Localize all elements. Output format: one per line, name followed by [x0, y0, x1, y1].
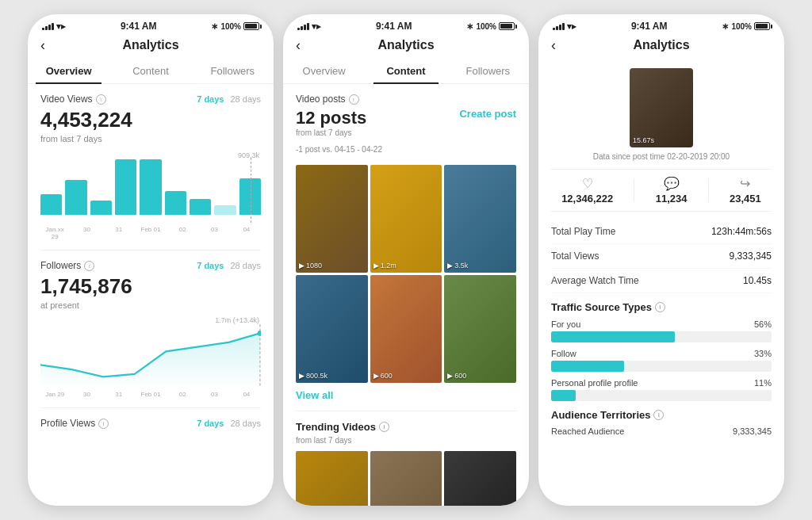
- play-icon-2: ▶: [373, 262, 379, 270]
- fxlabel-7: 04: [232, 391, 261, 398]
- fxlabel-6: 03: [200, 391, 228, 398]
- play-icon-5: ▶: [373, 372, 379, 380]
- video-thumb-4[interactable]: ▶ 800.5k: [296, 275, 368, 383]
- 28days-btn-vv[interactable]: 28 days: [230, 94, 261, 104]
- phone-content: ▾▸ 9:41 AM ∗ 100% ‹ Analytics Overview C…: [283, 14, 529, 506]
- video-thumb-2[interactable]: ▶ 1.2m: [370, 165, 442, 273]
- phone-overview: ▾▸ 9:41 AM ∗ 100% ‹ Analytics Overview C…: [28, 14, 274, 506]
- video-thumb-1[interactable]: ▶ 1080: [296, 165, 368, 273]
- trending-thumb-1[interactable]: [296, 451, 368, 506]
- phone-post-analytics: ▾▸ 9:41 AM ∗ 100% ‹ Analytics 15.67s Dat…: [538, 14, 784, 506]
- wifi-icon-2: ▾▸: [312, 21, 321, 32]
- line-chart-svg: [40, 324, 261, 388]
- audience-title-text: Audience Territories: [551, 409, 650, 421]
- info-icon-vp[interactable]: i: [349, 94, 359, 105]
- info-icon-f[interactable]: i: [84, 261, 94, 271]
- video-thumb-5[interactable]: ▶ 600: [370, 275, 442, 383]
- followers-text: Followers: [40, 260, 81, 271]
- bar-5: [140, 159, 161, 215]
- trending-thumb-3[interactable]: [444, 451, 516, 506]
- traffic-bar-fill-personal: [551, 390, 576, 401]
- view-all-link[interactable]: View all: [296, 389, 516, 401]
- views-count-4: 800.5k: [306, 372, 327, 380]
- back-button-2[interactable]: ‹: [296, 37, 301, 54]
- video-views-6: ▶ 600: [447, 372, 466, 380]
- signal-icon: [42, 23, 54, 30]
- tab-overview-2[interactable]: Overview: [283, 59, 365, 83]
- 7days-btn-vv[interactable]: 7 days: [197, 94, 224, 104]
- battery-pct-1: 100%: [220, 22, 241, 31]
- header-3: ‹ Analytics: [538, 35, 784, 59]
- back-button-1[interactable]: ‹: [40, 37, 45, 54]
- detail-label-playtime: Total Play Time: [551, 226, 615, 237]
- x-labels-f: Jan 29 30 31 Feb 01 02 03 04: [40, 391, 261, 398]
- detail-row-watchtime: Average Watch Time 10.45s: [551, 269, 772, 293]
- tab-overview-1[interactable]: Overview: [28, 59, 109, 83]
- days-selector-vv: 7 days 28 days: [197, 94, 261, 104]
- video-thumb-6[interactable]: ▶ 600: [444, 275, 516, 383]
- info-icon-vv[interactable]: i: [96, 94, 106, 105]
- tab-followers-2[interactable]: Followers: [447, 59, 529, 83]
- page-title-3: Analytics: [633, 38, 689, 52]
- comment-icon: 💬: [656, 176, 688, 191]
- trending-section: Trending Videos i from last 7 days: [296, 421, 516, 506]
- detail-value-views: 9,333,345: [730, 250, 772, 262]
- video-views-section: Video Views i 7 days 28 days 4,453,224 f…: [40, 94, 261, 240]
- bar-7: [190, 199, 211, 215]
- video-views-2: ▶ 1.2m: [373, 262, 396, 270]
- reached-label: Reached Audience: [551, 426, 624, 436]
- divider-3: [296, 411, 516, 411]
- posts-sub1: from last 7 days: [296, 128, 382, 137]
- video-views-number: 4,453,224: [40, 108, 261, 132]
- fxlabel-2: 30: [72, 391, 101, 398]
- traffic-bar-bg-foryou: [551, 331, 772, 342]
- shares-count: 23,451: [730, 193, 761, 205]
- create-post-button[interactable]: Create post: [459, 108, 516, 120]
- 7days-btn-f[interactable]: 7 days: [197, 261, 224, 270]
- time-3: 9:41 AM: [631, 21, 668, 32]
- traffic-row-follow: Follow 33%: [551, 349, 772, 372]
- video-views-4: ▶ 800.5k: [299, 372, 327, 380]
- 28days-btn-pv[interactable]: 28 days: [230, 419, 261, 428]
- status-left-3: ▾▸: [553, 21, 576, 32]
- tab-content-2[interactable]: Content: [365, 59, 446, 83]
- video-posts-label: Video posts i: [296, 94, 516, 105]
- tab-content-1[interactable]: Content: [109, 59, 191, 83]
- info-icon-traffic[interactable]: i: [655, 302, 665, 312]
- views-count-6: 600: [454, 372, 466, 380]
- stat-comments: 💬 11,234: [656, 176, 688, 205]
- views-count-2: 1.2m: [381, 262, 396, 270]
- posts-sub2: -1 post vs. 04-15 - 04-22: [296, 145, 382, 154]
- page-title-2: Analytics: [377, 38, 434, 52]
- 7days-btn-pv[interactable]: 7 days: [197, 419, 224, 428]
- battery-icon-2: [499, 22, 515, 30]
- 28days-btn-f[interactable]: 28 days: [230, 261, 261, 270]
- trending-thumb-2[interactable]: [370, 451, 442, 506]
- info-icon-pv[interactable]: i: [98, 419, 109, 429]
- bars-container: [40, 151, 261, 215]
- traffic-section: Traffic Source Types i For you 56% Follo…: [551, 301, 772, 401]
- status-bar-1: ▾▸ 9:41 AM ∗ 100%: [28, 14, 274, 35]
- info-icon-audience[interactable]: i: [653, 410, 664, 420]
- content-overview: Video Views i 7 days 28 days 4,453,224 f…: [28, 84, 274, 506]
- traffic-title: Traffic Source Types i: [551, 301, 772, 313]
- detail-label-views: Total Views: [551, 250, 599, 262]
- status-right-1: ∗ 100%: [211, 21, 259, 32]
- traffic-bar-bg-follow: [551, 361, 772, 372]
- posts-count-block: 12 posts from last 7 days -1 post vs. 04…: [296, 108, 382, 162]
- followers-sub: at present: [40, 300, 261, 310]
- status-right-3: ∗ 100%: [722, 21, 770, 32]
- chart-max-label: 909.3k: [238, 151, 259, 159]
- back-button-3[interactable]: ‹: [551, 37, 556, 54]
- tab-followers-1[interactable]: Followers: [192, 59, 274, 83]
- traffic-row-personal-header: Personal profile profile 11%: [551, 378, 772, 388]
- video-views-chart: 909.3k: [40, 151, 261, 223]
- battery-pct-3: 100%: [731, 22, 752, 31]
- post-duration: 15.67s: [633, 136, 654, 144]
- video-thumb-3[interactable]: ▶ 3.5k: [444, 165, 516, 273]
- views-count-1: 1080: [306, 262, 322, 270]
- xlabel-3: 31: [105, 226, 133, 240]
- info-icon-tv[interactable]: i: [379, 422, 389, 432]
- detail-row-views: Total Views 9,333,345: [551, 244, 772, 269]
- post-thumbnail[interactable]: 15.67s: [630, 68, 693, 147]
